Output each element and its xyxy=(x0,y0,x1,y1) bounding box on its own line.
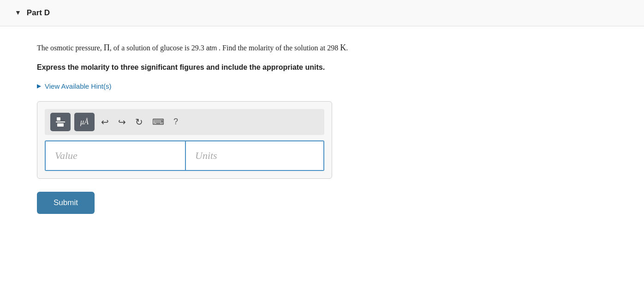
help-button[interactable]: ? xyxy=(171,115,181,128)
fraction-line xyxy=(56,122,65,122)
help-label: ? xyxy=(173,117,178,127)
chevron-down-icon[interactable]: ▼ xyxy=(15,9,21,17)
fraction-bottom xyxy=(57,123,64,127)
hint-label: View Available Hint(s) xyxy=(45,82,112,90)
hint-arrow-icon: ▶ xyxy=(37,83,41,89)
undo-icon: ↩ xyxy=(101,116,109,128)
toolbar: μÅ ↩ ↪ ↻ ⌨ xyxy=(45,109,324,135)
submit-button[interactable]: Submit xyxy=(37,192,95,214)
instruction-text: Express the molarity to three significan… xyxy=(37,62,607,73)
hint-link[interactable]: ▶ View Available Hint(s) xyxy=(37,82,607,90)
redo-icon: ↪ xyxy=(118,116,126,128)
fraction-icon xyxy=(56,117,65,127)
answer-box-container: μÅ ↩ ↪ ↻ ⌨ xyxy=(37,101,332,179)
fraction-top xyxy=(57,117,60,121)
value-input[interactable] xyxy=(46,141,186,170)
units-input[interactable] xyxy=(186,141,324,170)
keyboard-icon: ⌨ xyxy=(152,117,164,127)
mu-label: μÅ xyxy=(80,118,89,126)
part-header: ▼ Part D xyxy=(0,0,644,26)
submit-area: Submit xyxy=(37,192,607,214)
undo-button[interactable]: ↩ xyxy=(98,115,112,129)
page-wrapper: ▼ Part D The osmotic pressure, Π, of a s… xyxy=(0,0,644,304)
redo-button[interactable]: ↪ xyxy=(115,115,129,129)
input-row xyxy=(45,140,324,171)
part-title: Part D xyxy=(27,8,50,18)
refresh-icon: ↻ xyxy=(135,116,143,128)
pi-symbol: Π xyxy=(104,43,110,52)
kelvin-symbol: K xyxy=(340,43,346,52)
fraction-button[interactable] xyxy=(50,113,71,131)
atm-unit: atm xyxy=(206,44,217,52)
content-area: The osmotic pressure, Π, of a solution o… xyxy=(0,26,644,232)
keyboard-button[interactable]: ⌨ xyxy=(149,115,167,129)
question-text: The osmotic pressure, Π, of a solution o… xyxy=(37,41,607,55)
mu-button[interactable]: μÅ xyxy=(74,113,95,131)
reset-button[interactable]: ↻ xyxy=(132,115,146,129)
